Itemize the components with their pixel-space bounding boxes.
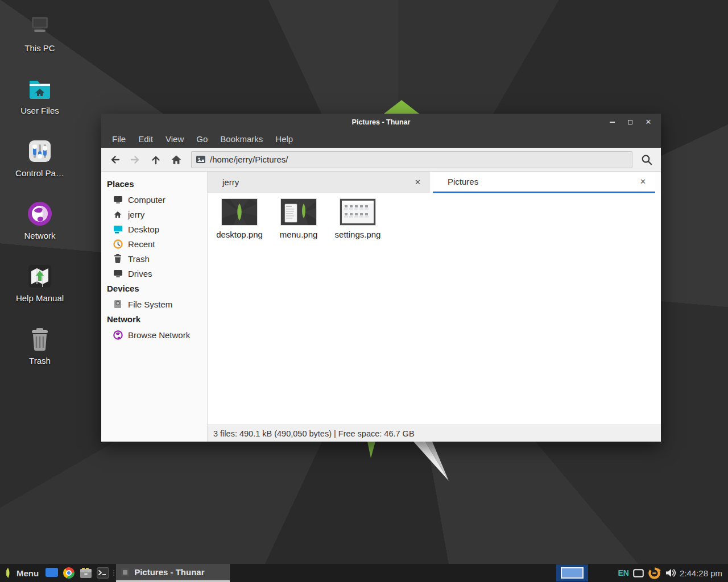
- home-button[interactable]: [166, 151, 187, 169]
- blue-window-icon: [46, 568, 58, 578]
- sidebar-item-trash[interactable]: Trash: [101, 251, 207, 266]
- status-bar: 3 files: 490.1 kB (490,050 bytes) | Free…: [208, 425, 661, 442]
- tab-pictures[interactable]: Pictures ✕: [433, 172, 655, 193]
- menu-go[interactable]: Go: [190, 130, 214, 148]
- hard-disk-icon: [113, 299, 123, 309]
- task-button-thunar[interactable]: Pictures - Thunar: [116, 564, 230, 582]
- sidebar: Places Computer jerry Desktop Recent Tra…: [101, 172, 208, 442]
- file-name: settings.png: [335, 230, 381, 239]
- network-globe-icon: [26, 200, 53, 227]
- sidebar-item-browse-network[interactable]: Browse Network: [101, 327, 207, 342]
- tab-close-icon[interactable]: ✕: [636, 176, 650, 187]
- sidebar-item-recent[interactable]: Recent: [101, 236, 207, 251]
- keyboard-layout-indicator[interactable]: EN: [618, 568, 628, 577]
- close-button[interactable]: ✕: [639, 114, 657, 130]
- status-text: 3 files: 490.1 kB (490,050 bytes) | Free…: [213, 429, 415, 438]
- file-manager-launcher[interactable]: [77, 564, 94, 582]
- sidebar-item-jerry[interactable]: jerry: [101, 207, 207, 222]
- maximize-button[interactable]: [621, 114, 639, 130]
- window-titlebar[interactable]: Pictures - Thunar ✕: [101, 114, 661, 130]
- sidebar-item-drives[interactable]: Drives: [101, 266, 207, 281]
- close-icon: ✕: [646, 118, 652, 126]
- mint-logo-icon: [3, 567, 13, 579]
- sidebar-item-desktop[interactable]: Desktop: [101, 222, 207, 236]
- search-button[interactable]: [636, 151, 657, 169]
- menu-help[interactable]: Help: [269, 130, 299, 148]
- back-button[interactable]: [105, 151, 125, 169]
- minimize-icon: [610, 122, 615, 123]
- toolbar: /home/jerry/Pictures/: [101, 148, 661, 172]
- file-name: menu.png: [280, 230, 318, 239]
- path-text: /home/jerry/Pictures/: [210, 155, 288, 164]
- sidebar-item-label: Recent: [128, 239, 155, 249]
- up-arrow-icon: [150, 154, 162, 165]
- sidebar-header-network: Network: [101, 311, 207, 327]
- desktop-icon-label: Control Pa…: [15, 168, 64, 178]
- sidebar-item-file-system[interactable]: File System: [101, 297, 207, 311]
- desktop-icon-label: Trash: [29, 356, 51, 365]
- pc-icon: [26, 13, 53, 40]
- start-menu-button[interactable]: Menu: [0, 564, 43, 582]
- taskbar-separator: [111, 564, 116, 582]
- tab-jerry[interactable]: jerry ✕: [208, 172, 433, 193]
- menu-view[interactable]: View: [159, 130, 190, 148]
- file-view[interactable]: desktop.png menu.png: [208, 193, 661, 425]
- desktop-icon-this-pc[interactable]: This PC: [8, 13, 72, 53]
- sidebar-item-label: Browse Network: [128, 330, 190, 340]
- menu-label: Menu: [16, 568, 39, 578]
- desktop-icon-network[interactable]: Network: [8, 200, 72, 240]
- task-button-label: Pictures - Thunar: [134, 567, 204, 577]
- path-bar[interactable]: /home/jerry/Pictures/: [191, 151, 632, 168]
- desktop-icon-help-manual[interactable]: Help Manual: [8, 263, 72, 303]
- sidebar-header-devices: Devices: [101, 281, 207, 297]
- desktop-icon-trash[interactable]: Trash: [8, 325, 72, 365]
- menu-bookmarks[interactable]: Bookmarks: [214, 130, 269, 148]
- taskbar: Menu Pictures - Thunar EN: [0, 564, 728, 582]
- desktop-icon-control-panel[interactable]: Control Pa…: [8, 138, 72, 178]
- forward-button[interactable]: [125, 151, 146, 169]
- update-manager-icon[interactable]: [648, 567, 661, 580]
- sidebar-item-computer[interactable]: Computer: [101, 192, 207, 207]
- desktop-icon-label: Help Manual: [16, 293, 64, 303]
- tab-bar: jerry ✕ Pictures ✕: [208, 172, 661, 193]
- trash-icon: [26, 325, 53, 352]
- trash-icon: [113, 253, 123, 264]
- minimize-button[interactable]: [603, 114, 621, 130]
- desktop-icon-label: This PC: [24, 43, 55, 53]
- desktop-icon-user-files[interactable]: User Files: [8, 75, 72, 115]
- help-manual-icon: [26, 263, 53, 290]
- sidebar-item-label: Trash: [128, 254, 150, 264]
- menu-file[interactable]: File: [106, 130, 132, 148]
- desktop-icon-label: Network: [24, 231, 55, 240]
- workspace-switcher[interactable]: [556, 564, 588, 581]
- file-desktop-png[interactable]: desktop.png: [210, 199, 269, 239]
- volume-icon[interactable]: [665, 568, 676, 578]
- clock[interactable]: 2:44:28 pm: [680, 568, 722, 578]
- display-tray-icon[interactable]: [633, 569, 644, 577]
- thunar-window: Pictures - Thunar ✕ File Edit View Go Bo…: [101, 114, 661, 442]
- home-icon: [171, 154, 182, 165]
- recent-clock-icon: [113, 239, 123, 249]
- thunar-task-icon: [121, 568, 130, 577]
- search-icon: [640, 153, 653, 166]
- sidebar-item-label: Desktop: [128, 225, 159, 234]
- show-desktop-launcher[interactable]: [43, 564, 60, 582]
- menu-edit[interactable]: Edit: [132, 130, 159, 148]
- control-panel-icon: [26, 138, 53, 165]
- file-settings-png[interactable]: settings.png: [328, 199, 387, 239]
- terminal-launcher[interactable]: [94, 564, 111, 582]
- menu-png-thumbnail: [281, 199, 316, 225]
- terminal-icon: [97, 567, 109, 579]
- chrome-launcher[interactable]: [60, 564, 77, 582]
- back-arrow-icon: [109, 154, 121, 165]
- active-workspace: [561, 567, 584, 579]
- tab-close-icon[interactable]: ✕: [411, 177, 424, 188]
- file-name: desktop.png: [216, 230, 263, 239]
- drives-icon: [113, 268, 123, 278]
- up-button[interactable]: [146, 151, 166, 169]
- chrome-icon: [63, 567, 75, 579]
- file-cabinet-icon: [80, 567, 92, 579]
- file-menu-png[interactable]: menu.png: [269, 199, 328, 239]
- home-icon: [113, 209, 123, 219]
- image-file-icon: [196, 156, 205, 163]
